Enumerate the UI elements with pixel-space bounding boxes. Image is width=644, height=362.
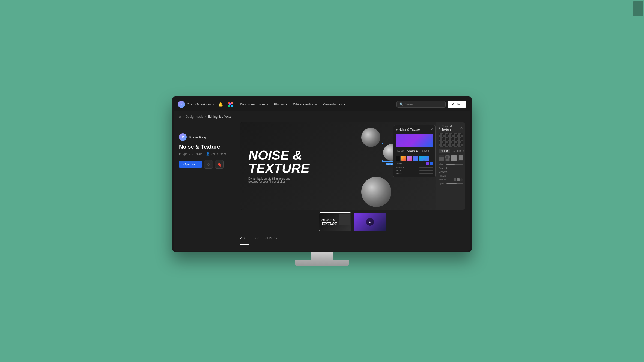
search-input[interactable] [405,102,443,106]
panel-1-tabs: Noise Gradients [439,149,463,153]
stand-base [295,260,349,266]
gswatch-1[interactable] [396,156,401,161]
stand-neck [311,252,333,260]
thumbnail-2[interactable]: ▶ [354,212,386,231]
panel-opacity-slider[interactable] [447,183,463,184]
preview-thumbnails: NOISE &TEXTURE ▶ [240,212,465,231]
gswatch-6[interactable] [424,156,429,161]
search-bar[interactable]: 🔍 [396,101,446,108]
breadcrumb-home[interactable]: ⌂ [179,115,181,119]
chevron-down-icon: ▾ [285,102,287,106]
panel-tab-noise[interactable]: Noise [439,149,450,153]
plugin-title: Noise & Texture [179,144,234,150]
chevron-down-icon: ▾ [344,102,345,106]
chevron-down-icon: ▾ [266,102,268,106]
monitor-stand [295,252,349,266]
reach-row: Reach [396,172,433,174]
tab-about[interactable]: About [240,236,249,242]
color-chip-blue[interactable] [430,162,433,165]
panel-1-header: ◉ Noise & Texture ✕ [439,125,463,131]
reach-label: Reach [396,172,402,174]
texture-swatches [439,155,463,161]
panel-rotate-label: Rotate [439,174,446,177]
gradient-swatches [396,156,433,161]
panel-vignette-row: Vignette [439,171,463,173]
colors-label: Colors [396,162,402,165]
panel-2-close-button[interactable]: ✕ [430,128,433,131]
like-button[interactable]: ♡ [204,160,213,169]
grad-tab-noise[interactable]: Noise [396,149,405,153]
gswatch-5[interactable] [419,156,424,161]
swatch-2[interactable] [445,155,450,161]
panel-amount-slider[interactable] [447,168,463,168]
heart-icon: ♡ [207,162,210,167]
gswatch-4[interactable] [413,156,418,161]
panel-1-close-button[interactable]: ✕ [460,126,463,130]
play-button-icon: ▶ [366,218,374,226]
panel-shape-label: Shape [439,178,446,181]
chevron-down-icon: ▾ [315,102,317,106]
nav-plugins[interactable]: Plugins ▾ [271,101,290,108]
panel-rotate-slider[interactable] [446,176,463,176]
meta-separator-1: • [189,152,190,156]
thumbnail-1[interactable]: NOISE &TEXTURE [319,212,351,231]
bookmark-icon: 🔖 [217,162,222,167]
meta-separator-2: • [203,152,204,156]
panel-size-slider[interactable] [446,164,463,165]
panel-2-title: Noise & Texture [399,128,420,131]
monitor-screen: OÖ Ozan Öztaskiran ▾ 🔔 De [174,98,470,251]
bookmark-button[interactable]: 🔖 [215,160,224,169]
user-menu[interactable]: OÖ Ozan Öztaskiran ▾ [178,101,214,108]
navbar: OÖ Ozan Öztaskiran ▾ 🔔 De [174,98,470,111]
color-chip-purple[interactable] [426,162,429,165]
gswatch-3[interactable] [407,156,412,161]
swatch-1[interactable] [439,155,444,161]
panel-2-tabs: Noise Gradients Saved [396,149,433,154]
panel-2-icon: ◉ [396,128,398,131]
panel-2-header: ◉ Noise & Texture ✕ [396,128,433,131]
action-row: Open in... ♡ 🔖 [179,160,234,169]
nav-design-resources[interactable]: Design resources ▾ [237,101,270,108]
grad-tab-gradients[interactable]: Gradients [406,149,420,153]
center-panel: NOISE &TEXTURE Dynamically create tiling… [240,122,465,245]
swatch-3[interactable] [451,155,457,161]
nav-links: Design resources ▾ Plugins ▾ Whiteboardi… [237,101,393,108]
gswatch-2[interactable] [401,156,406,161]
panel-size-row: Size [439,163,463,166]
panel-opacity-label: Opacity [439,182,447,185]
publish-button[interactable]: Publish [448,101,466,108]
plugin-users: 395k users [211,152,226,156]
reach-slider[interactable] [419,173,433,174]
nav-presentations[interactable]: Presentations ▾ [320,101,348,108]
rays-slider[interactable] [419,170,433,171]
plugin-type: Plugin [179,152,187,156]
nav-right: 🔍 Publish [396,101,466,108]
panel-amount-row: Amount [439,167,463,170]
author-row: R Rogie King [179,133,234,141]
gradient-preview [396,134,433,147]
thumb-1-text: NOISE &TEXTURE [321,218,337,226]
nav-whiteboarding[interactable]: Whiteboarding ▾ [290,101,319,108]
breadcrumb-sep-2: › [205,115,206,119]
panel-vignette-slider[interactable] [448,172,463,172]
users-icon: 👤 [206,152,210,156]
search-icon: 🔍 [399,102,404,106]
breadcrumb-design-tools[interactable]: Design tools [185,115,203,119]
main-content: R Rogie King Noise & Texture Plugin • ♡ … [174,122,470,251]
panel-shape-row: Shape [439,178,463,181]
swatch-4[interactable] [458,155,463,161]
panel-tab-gradients[interactable]: Gradients [451,149,465,153]
intensity-slider[interactable] [419,167,433,168]
username-label: Ozan Öztaskiran [187,102,211,106]
plugin-tabs: About Comments 175 [240,236,465,245]
monitor: OÖ Ozan Öztaskiran ▾ 🔔 De [172,96,472,252]
figma-icon [227,101,234,108]
panel-vignette-label: Vignette [439,171,448,173]
notifications-icon[interactable]: 🔔 [217,101,224,108]
tab-comments[interactable]: Comments 175 [255,236,279,242]
svg-rect-4 [229,103,231,105]
panel-1-icon: ◉ [439,127,440,129]
grad-tab-saved[interactable]: Saved [420,149,431,153]
intensity-label: Intensity [396,166,404,168]
open-in-button[interactable]: Open in... [179,161,202,168]
